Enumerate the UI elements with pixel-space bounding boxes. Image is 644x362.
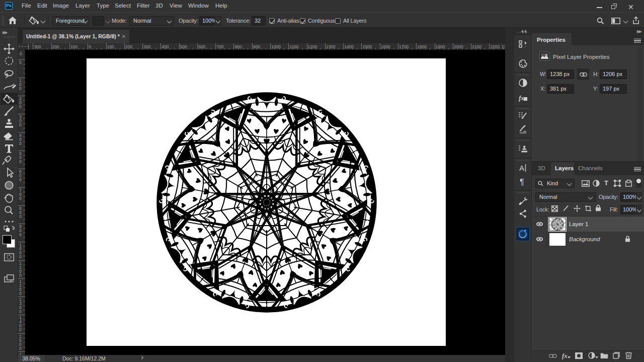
svg-text:A: A [519,164,524,172]
svg-text:fx: fx [519,94,524,102]
svg-text:¶: ¶ [520,178,524,186]
